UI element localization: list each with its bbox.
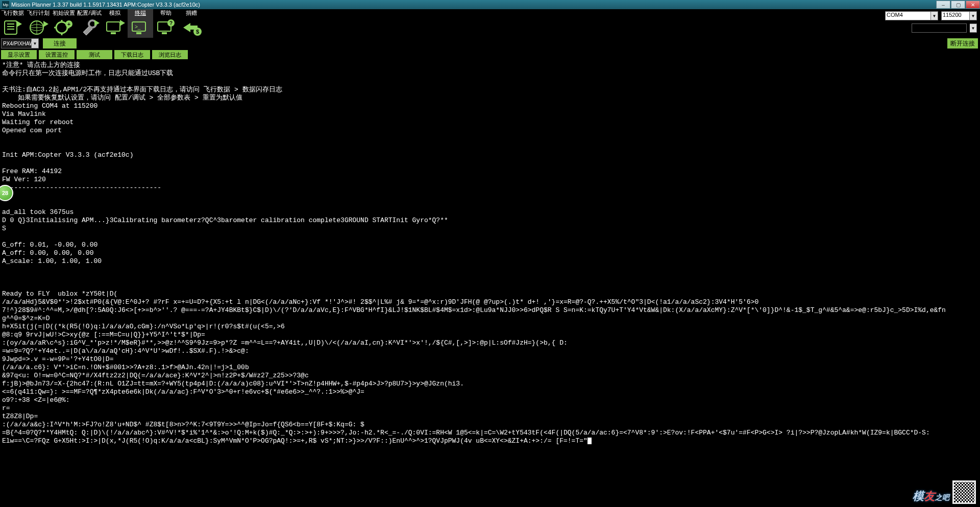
- svg-marker-9: [43, 21, 48, 27]
- config-tuning-icon: [78, 18, 101, 37]
- connect-button[interactable]: 连接: [43, 38, 77, 49]
- svg-rect-20: [111, 32, 116, 34]
- extra-select[interactable]: ▼: [970, 23, 977, 34]
- svg-rect-26: [162, 32, 167, 34]
- flight-data-icon: [1, 18, 24, 37]
- svg-rect-24: [136, 32, 141, 34]
- flight-plan-icon: [27, 18, 50, 37]
- main-toolbar: 飞行数据 飞行计划 初始设置 + 配置/调试 模拟 终端 >_ 帮助: [0, 9, 980, 38]
- terminal-icon: >_: [129, 18, 152, 37]
- status-bar: [912, 23, 967, 33]
- menu-simulation[interactable]: 模拟: [102, 9, 128, 38]
- title-bar: Mp Mission Planner 1.3.37 build 1.1.5917…: [0, 0, 980, 9]
- btn-show-settings[interactable]: 显示设置: [1, 50, 37, 59]
- menu-terminal[interactable]: 终端 >_: [128, 9, 153, 38]
- port-select[interactable]: COM4 ▼: [885, 11, 938, 21]
- baud-select[interactable]: 115200 ▼: [941, 11, 977, 21]
- svg-rect-0: [5, 21, 17, 34]
- svg-marker-18: [94, 20, 100, 26]
- svg-text:+: +: [67, 21, 70, 27]
- app-icon: Mp: [2, 1, 9, 8]
- minimize-button[interactable]: –: [936, 1, 950, 9]
- qr-code-icon: [952, 480, 976, 504]
- menu-flight-data[interactable]: 飞行数据: [0, 9, 26, 38]
- terminal-output[interactable]: *注意* 请点击上方的连接 命令行只在第一次连接电源时工作，日志只能通过USB下…: [0, 60, 980, 507]
- simulation-icon: [103, 18, 127, 37]
- chevron-down-icon[interactable]: ▼: [970, 23, 977, 33]
- donate-icon: $: [180, 18, 203, 37]
- btn-download-log[interactable]: 下载日志: [114, 50, 150, 59]
- btn-browse-log[interactable]: 浏览日志: [152, 50, 188, 59]
- close-button[interactable]: ✕: [966, 1, 980, 9]
- initial-setup-icon: +: [52, 18, 76, 37]
- chevron-down-icon[interactable]: ▼: [970, 11, 977, 20]
- device-select[interactable]: PX4/PIXHAWK ▼: [1, 38, 39, 49]
- device-row: PX4/PIXHAWK ▼ 连接 断开连接: [0, 38, 980, 49]
- maximize-button[interactable]: ▢: [951, 1, 965, 9]
- terminal-sub-toolbar: 显示设置 设置遥控 测试 下载日志 浏览日志: [0, 49, 980, 60]
- menu-flight-plan[interactable]: 飞行计划: [26, 9, 51, 38]
- watermark: 模友之吧: [913, 480, 976, 504]
- connection-controls: COM4 ▼ 115200 ▼ ▼: [885, 9, 980, 38]
- help-icon: ?: [154, 18, 178, 37]
- svg-text:?: ?: [169, 20, 173, 26]
- watermark-text: 模友之吧: [913, 489, 949, 504]
- disconnect-button[interactable]: 断开连接: [947, 38, 978, 49]
- menu-help[interactable]: 帮助 ?: [153, 9, 179, 38]
- chevron-down-icon[interactable]: ▼: [931, 11, 938, 20]
- svg-rect-19: [107, 22, 120, 31]
- menu-config-tuning[interactable]: 配置/调试: [77, 9, 102, 38]
- btn-test[interactable]: 测试: [77, 50, 112, 59]
- svg-marker-21: [120, 20, 125, 26]
- window-title: Mission Planner 1.3.37 build 1.1.5917.13…: [11, 2, 200, 8]
- chevron-down-icon[interactable]: ▼: [32, 38, 39, 49]
- menu-initial-setup[interactable]: 初始设置 +: [51, 9, 77, 38]
- svg-text:>_: >_: [135, 24, 141, 30]
- menu-donate[interactable]: 捐赠 $: [179, 9, 204, 38]
- btn-set-radio[interactable]: 设置遥控: [39, 50, 75, 59]
- svg-text:$: $: [196, 29, 199, 35]
- svg-marker-4: [17, 21, 22, 27]
